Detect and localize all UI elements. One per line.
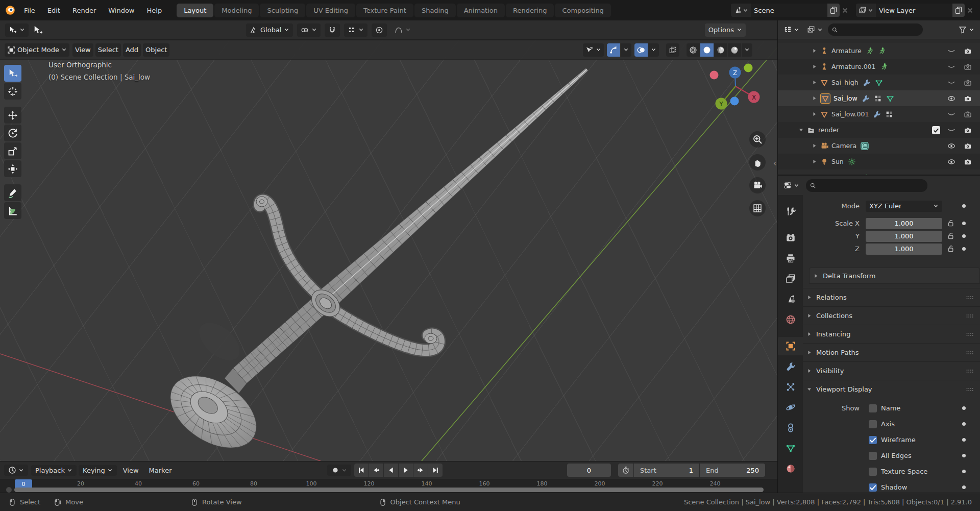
delta-transform-panel[interactable]: Delta Transform — [809, 267, 980, 284]
panel-grip-icon[interactable] — [966, 312, 974, 320]
timeline-menu-view[interactable]: View — [119, 465, 143, 476]
disclosure-icon[interactable] — [812, 111, 817, 117]
perspective-toggle-button[interactable] — [749, 200, 766, 216]
pan-button[interactable] — [749, 154, 766, 171]
snap-toggle[interactable] — [325, 23, 340, 37]
hide-in-viewport-toggle-hidden[interactable] — [947, 79, 955, 87]
panel-grip-icon[interactable] — [966, 367, 974, 375]
toolbar-t-rotate[interactable] — [4, 125, 21, 141]
panel-viewport-display[interactable]: Viewport Display — [803, 380, 980, 398]
timeline-ruler[interactable]: 20406080100120140160180200220240 0 — [0, 479, 777, 493]
outliner-display-mode-button[interactable] — [804, 23, 825, 36]
disable-in-renders-toggle-off[interactable] — [964, 63, 972, 71]
play-button[interactable] — [399, 464, 413, 477]
viewport-3d[interactable]: Object Mode ViewSelectAddObject — [0, 40, 777, 461]
transform-orientation-dropdown[interactable]: Global — [246, 23, 293, 37]
decorator-dot[interactable] — [962, 234, 966, 238]
menu-render[interactable]: Render — [67, 5, 102, 16]
properties-editor-type-button[interactable] — [781, 179, 802, 192]
scene-name-field[interactable]: Scene — [751, 4, 827, 17]
panel-instancing[interactable]: Instancing — [803, 325, 980, 343]
properties-search-input[interactable] — [806, 179, 927, 192]
outliner-row-sai_high[interactable]: Sai_high — [778, 75, 980, 90]
outliner-row-sai_low-001[interactable]: Sai_low.001 — [778, 106, 980, 122]
hide-in-viewport-toggle-hidden[interactable] — [947, 63, 955, 71]
properties-tab-output[interactable] — [778, 249, 803, 267]
zoom-button[interactable] — [749, 131, 766, 148]
checkbox-wireframe[interactable] — [869, 436, 877, 444]
outliner-search-input[interactable] — [828, 23, 923, 36]
previous-keyframe-button[interactable] — [369, 464, 383, 477]
workspace-tab-modeling[interactable]: Modeling — [214, 4, 259, 17]
panel-visibility[interactable]: Visibility — [803, 361, 980, 380]
disable-in-renders-toggle-off[interactable] — [964, 110, 972, 118]
pivot-point-dropdown[interactable] — [297, 23, 321, 37]
view-layer-copy-button[interactable] — [952, 4, 965, 17]
decorator-dot[interactable] — [962, 204, 966, 208]
decorator-dot[interactable] — [962, 485, 966, 489]
decorator-dot[interactable] — [962, 470, 966, 473]
gizmos-dropdown[interactable] — [621, 43, 631, 57]
checkbox-texture-space[interactable] — [869, 468, 877, 476]
properties-tab-modifiers[interactable] — [778, 357, 803, 376]
properties-tab-scene[interactable] — [778, 290, 803, 308]
blender-logo-icon[interactable] — [5, 5, 15, 15]
panel-grip-icon[interactable] — [966, 349, 974, 357]
workspace-tab-shading[interactable]: Shading — [414, 4, 456, 17]
view-layer-remove-button[interactable] — [965, 8, 975, 13]
auto-keying-toggle[interactable] — [327, 465, 351, 476]
gizmo-visibility-dropdown[interactable] — [583, 43, 604, 57]
workspace-tab-sculpting[interactable]: Sculpting — [260, 4, 305, 17]
workspace-tab-rendering[interactable]: Rendering — [506, 4, 554, 17]
outliner-row-sun-001[interactable]: Sun.001 — [778, 169, 980, 175]
next-keyframe-button[interactable] — [413, 464, 428, 477]
rotation-mode-dropdown[interactable]: XYZ Euler — [866, 201, 942, 212]
toolbar-t-annotate[interactable] — [4, 184, 21, 201]
hide-in-viewport-toggle-hidden[interactable] — [947, 110, 955, 118]
options-button[interactable]: Options — [705, 23, 746, 37]
disable-in-renders-toggle-on[interactable] — [964, 126, 972, 134]
decorator-dot[interactable] — [962, 422, 966, 426]
workspace-tab-animation[interactable]: Animation — [457, 4, 505, 17]
frame-end-field[interactable]: End250 — [700, 464, 765, 477]
hide-in-viewport-toggle-visible[interactable] — [947, 142, 955, 150]
timeline-menu-playback[interactable]: Playback — [31, 465, 77, 476]
properties-tab-object[interactable] — [778, 337, 803, 355]
menu-edit[interactable]: Edit — [42, 5, 66, 16]
hide-in-viewport-toggle-visible[interactable] — [947, 94, 955, 103]
use-preview-range-toggle[interactable] — [618, 464, 633, 477]
scene-unlink-button[interactable] — [840, 8, 850, 13]
panel-relations[interactable]: Relations — [803, 288, 980, 306]
disable-in-renders-toggle-on[interactable] — [964, 142, 972, 150]
lock-icon[interactable] — [947, 245, 955, 253]
scene-copy-button[interactable] — [827, 4, 840, 17]
properties-tab-render[interactable] — [778, 229, 803, 247]
outliner-row-render[interactable]: render — [778, 122, 980, 138]
scale-value-field[interactable]: 1.000 — [866, 231, 942, 242]
hide-in-viewport-toggle-hidden[interactable] — [947, 126, 955, 134]
menu-file[interactable]: File — [18, 5, 41, 16]
properties-tab-object-data[interactable] — [778, 439, 803, 457]
outliner-row-armature[interactable]: Armature — [778, 43, 980, 59]
disclosure-icon[interactable] — [812, 64, 817, 69]
current-frame-field[interactable]: 0 — [567, 464, 611, 477]
jump-to-start-button[interactable] — [354, 464, 369, 477]
scene-browse-button[interactable] — [731, 4, 751, 17]
proportional-falloff-dropdown[interactable] — [391, 23, 414, 37]
panel-grip-icon[interactable] — [966, 330, 974, 338]
scale-value-field[interactable]: 1.000 — [866, 218, 942, 229]
toolbar-t-transform[interactable] — [4, 160, 21, 177]
show-gizmos-toggle[interactable] — [607, 43, 620, 57]
toolbar-t-measure[interactable] — [4, 202, 21, 219]
xray-toggle[interactable] — [666, 43, 679, 57]
region-collapse-arrow[interactable]: ‹ — [773, 159, 776, 168]
timeline-menu-marker[interactable]: Marker — [145, 465, 176, 476]
decorator-dot[interactable] — [962, 247, 966, 251]
viewport-menu-add[interactable]: Add — [123, 43, 141, 57]
disclosure-icon[interactable] — [812, 48, 817, 54]
panel-grip-icon[interactable] — [966, 294, 974, 302]
checkbox-shadow[interactable] — [869, 483, 877, 492]
timeline-editor-type-button[interactable] — [4, 465, 28, 476]
tweak-tool-icon[interactable] — [33, 25, 43, 35]
snap-target-dropdown[interactable] — [344, 23, 368, 37]
